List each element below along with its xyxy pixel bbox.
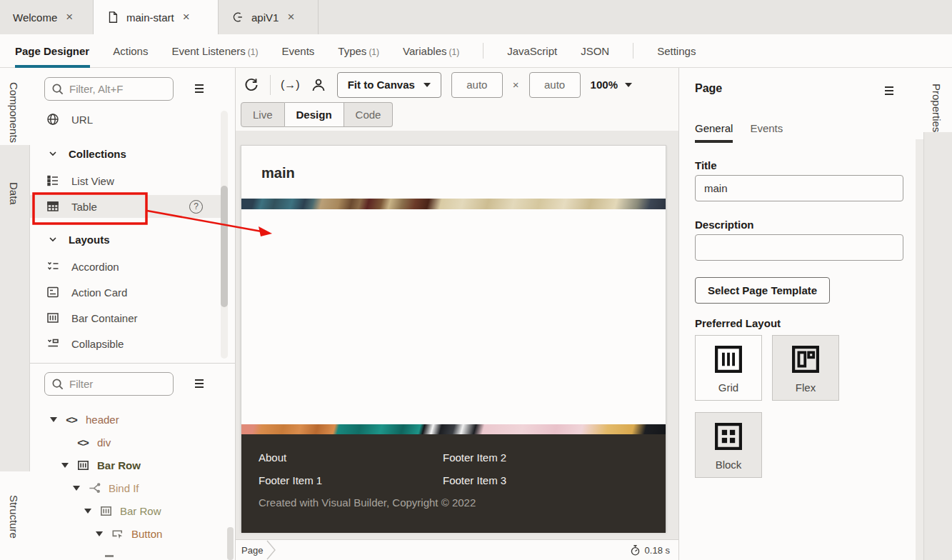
- properties-scrollbar-track[interactable]: [916, 139, 923, 560]
- search-icon: [51, 377, 64, 391]
- layout-option-flex[interactable]: Flex: [772, 335, 839, 401]
- menu-icon[interactable]: [192, 81, 206, 96]
- nav-events[interactable]: Events: [281, 45, 314, 57]
- component-list-view[interactable]: List View: [30, 169, 227, 192]
- expand-triangle-icon[interactable]: [50, 417, 57, 422]
- tree-node-bind-if[interactable]: Bind If: [30, 476, 227, 499]
- tree-node-bar-row[interactable]: Bar Row: [30, 454, 227, 476]
- nav-divider: [633, 43, 633, 59]
- tab-events[interactable]: Events: [750, 122, 783, 143]
- description-field-label: Description: [695, 219, 754, 231]
- menu-icon[interactable]: [882, 84, 896, 98]
- title-field[interactable]: [695, 175, 903, 201]
- zoom-dropdown[interactable]: 100%: [591, 79, 632, 91]
- expand-triangle-icon[interactable]: [84, 509, 91, 514]
- mode-live-button[interactable]: Live: [241, 102, 285, 127]
- search-icon: [51, 82, 64, 96]
- tree-node-label: Bar Row: [120, 505, 161, 517]
- user-icon[interactable]: [310, 76, 327, 94]
- fit-to-canvas-dropdown[interactable]: Fit to Canvas: [337, 72, 441, 98]
- globe-icon: [46, 112, 60, 126]
- nav-settings[interactable]: Settings: [657, 45, 696, 57]
- header-banner-image: [241, 199, 666, 209]
- footer-link[interactable]: About: [259, 451, 443, 464]
- nav-javascript[interactable]: JavaScript: [507, 45, 557, 57]
- nav-types[interactable]: Types(1): [338, 45, 379, 57]
- tree-node-bar-row-2[interactable]: Bar Row: [30, 499, 227, 522]
- design-page-preview[interactable]: main About Footer Item 2 Footer Item 1 F…: [241, 145, 666, 532]
- stopwatch-icon: [629, 544, 641, 556]
- description-field[interactable]: [695, 234, 903, 261]
- nav-page-designer[interactable]: Page Designer: [15, 45, 89, 57]
- window-tab-bar: Welcome × main-start × apiV1 ×: [0, 0, 952, 34]
- help-icon[interactable]: ?: [189, 200, 203, 214]
- tree-node-label: header: [86, 414, 119, 426]
- tab-welcome[interactable]: Welcome ×: [0, 0, 94, 34]
- footer-link[interactable]: Footer Item 3: [443, 474, 648, 486]
- tree-node-label: Bar Row: [97, 459, 141, 471]
- tab-apiv1-label: apiV1: [251, 11, 279, 24]
- layout-option-grid[interactable]: Grid: [695, 335, 762, 401]
- rail-tab-structure[interactable]: Structure: [8, 495, 20, 539]
- component-table[interactable]: Table ?: [30, 195, 227, 218]
- rerun-action-icon[interactable]: (→): [281, 79, 300, 91]
- tree-node-label: div: [97, 436, 111, 449]
- select-page-template-button[interactable]: Select Page Template: [695, 277, 830, 304]
- tab-apiv1[interactable]: apiV1 ×: [219, 0, 319, 34]
- nav-event-listeners[interactable]: Event Listeners(1): [171, 45, 258, 57]
- layout-option-block[interactable]: Block: [695, 412, 762, 478]
- footer-copyright: Created with Visual Builder, Copyright ©…: [259, 496, 648, 509]
- footer-link[interactable]: Footer Item 2: [443, 451, 648, 464]
- section-layouts[interactable]: Layouts: [30, 228, 227, 251]
- expand-triangle-icon[interactable]: [73, 486, 80, 491]
- components-scrollbar-thumb[interactable]: [221, 186, 228, 307]
- title-field-label: Title: [695, 159, 717, 171]
- canvas-statusbar: Page 0.18 s: [236, 539, 678, 560]
- expand-triangle-icon[interactable]: [61, 463, 69, 468]
- mode-design-button[interactable]: Design: [285, 102, 344, 127]
- close-icon[interactable]: ×: [64, 10, 74, 24]
- tab-main-start[interactable]: main-start ×: [94, 0, 219, 34]
- rail-tab-properties[interactable]: Properties: [931, 84, 943, 132]
- nav-actions[interactable]: Actions: [113, 45, 148, 57]
- tree-node-div[interactable]: <> div: [30, 431, 227, 454]
- component-action-card[interactable]: Action Card: [30, 281, 227, 304]
- footer-link[interactable]: Footer Item 1: [259, 474, 443, 486]
- refresh-icon[interactable]: [243, 76, 260, 94]
- rail-tab-components[interactable]: Components: [8, 82, 20, 143]
- right-rail: Properties: [923, 68, 952, 560]
- section-collections[interactable]: Collections: [30, 142, 227, 165]
- component-bar-container[interactable]: Bar Container: [30, 306, 227, 329]
- close-icon[interactable]: ×: [286, 10, 296, 24]
- component-url[interactable]: URL: [30, 108, 227, 131]
- tree-node-button[interactable]: Button: [30, 522, 227, 545]
- button-icon: [109, 527, 125, 541]
- left-rail: Components Data Structure: [0, 68, 30, 560]
- tab-general[interactable]: General: [695, 122, 733, 143]
- preview-page-heading: main: [261, 165, 295, 181]
- component-action-card-label: Action Card: [71, 286, 127, 299]
- canvas-height-input[interactable]: [529, 72, 581, 98]
- menu-icon[interactable]: [192, 376, 206, 391]
- component-collapsible[interactable]: Collapsible: [30, 332, 227, 355]
- rail-tab-data[interactable]: Data: [8, 182, 20, 205]
- bind-if-icon: [86, 481, 102, 495]
- structure-panel: <> header <> div Bar Row: [30, 363, 236, 560]
- expand-triangle-icon[interactable]: [96, 531, 103, 536]
- mode-code-button[interactable]: Code: [344, 102, 394, 127]
- nav-variables[interactable]: Variables(1): [403, 45, 459, 57]
- component-accordion-label: Accordion: [71, 261, 119, 273]
- structure-scrollbar-thumb[interactable]: [227, 527, 234, 560]
- component-accordion[interactable]: Accordion: [30, 255, 227, 278]
- component-collapsible-label: Collapsible: [71, 338, 124, 350]
- nav-json[interactable]: JSON: [581, 45, 609, 57]
- tree-node-header[interactable]: <> header: [30, 408, 227, 431]
- tree-node-partial: [105, 555, 114, 557]
- list-view-icon: [46, 174, 60, 188]
- toolbar-divider: [270, 75, 271, 95]
- breadcrumb[interactable]: Page: [241, 545, 263, 556]
- canvas-width-input[interactable]: [451, 72, 503, 98]
- close-icon[interactable]: ×: [181, 10, 191, 24]
- html-tag-icon: <>: [64, 414, 79, 426]
- dimension-times-icon: ×: [513, 79, 519, 91]
